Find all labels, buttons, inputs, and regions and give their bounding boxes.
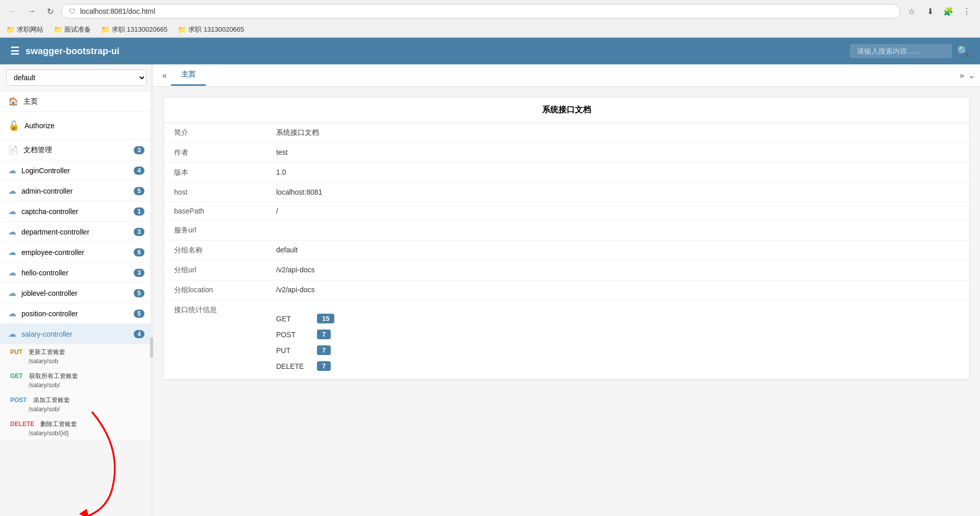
search-icon[interactable]: 🔍 [957,45,970,57]
sidebar-home-label: 主页 [23,97,144,106]
bookmark-label-4: 求职 13130020665 [188,25,244,34]
stats-count-delete: 7 [317,361,331,371]
bookmark-3[interactable]: 📁 求职 13130020665 [101,25,167,34]
info-title: 系统接口文档 [164,98,969,123]
post-desc: 添加工资账套 [33,396,70,404]
sidebar-label-5: employee-controller [21,248,134,256]
table-row: host localhost:8081 [164,183,969,202]
controller-icon-3: ☁ [8,206,16,216]
reload-button[interactable]: ↻ [43,4,57,18]
sidebar-item-4[interactable]: ☁ department-controller 3 [0,222,153,242]
sidebar-badge-2: 5 [134,187,144,195]
bookmark-label-1: 求职网站 [17,25,43,34]
menu-button[interactable]: ⋮ [960,4,974,18]
post-path: /salary/sob/ [10,406,144,413]
app-header-left: ☰ swagger-bootstrap-ui [10,45,119,57]
get-path: /salary/sob/ [10,382,144,389]
scrollbar-thumb[interactable] [150,337,153,358]
controller-icon-8: ☁ [8,309,16,318]
sidebar-item-authorize[interactable]: 🔓 Authorize [0,112,153,140]
sidebar-item-9[interactable]: ☁ salary-controller 4 [0,324,153,344]
group-select[interactable]: default [6,69,146,86]
sidebar-badge-6: 3 [134,269,144,277]
table-row: 接口统计信息 GET 15 POST 7 [164,300,969,380]
row-value-groupurl: /v2/api-docs [266,261,969,280]
bookmark-1[interactable]: 📁 求职网站 [6,25,43,34]
app-body: default 🏠 主页 🔓 Authorize 📄 文档管理 3 ☁ [0,64,980,516]
sidebar-item-3[interactable]: ☁ captcha-controller 1 [0,201,153,222]
sidebar-label-2: admin-controller [21,187,134,195]
hamburger-icon[interactable]: ☰ [10,45,19,57]
delete-desc: 删除工资账套 [40,420,77,428]
search-input[interactable] [850,44,952,58]
row-label-version: 版本 [164,163,266,183]
row-value-jianjie: 系统接口文档 [266,123,969,143]
tab-expand-right[interactable]: » [960,71,964,80]
sidebar-item-6[interactable]: ☁ hello-controller 3 [0,263,153,283]
tab-bar: « 主页 » ⌄ [153,64,980,87]
put-path: /salary/sob [10,358,144,365]
app-header-right: 🔍 [850,44,970,58]
sidebar-badge-1: 4 [134,167,144,175]
stats-method-put: PUT [276,346,317,355]
sidebar-item-2[interactable]: ☁ admin-controller 5 [0,181,153,201]
tab-nav-left[interactable]: « [158,71,171,80]
get-desc: 获取所有工资账套 [29,372,78,380]
sidebar-item-home[interactable]: 🏠 主页 [0,91,153,112]
address-bar[interactable]: 🛡 localhost:8081/doc.html [61,4,900,18]
extensions-button[interactable]: 🧩 [941,4,955,18]
sub-item-put[interactable]: PUT 更新工资账套 /salary/sob [0,344,153,368]
table-row: 分组名称 default [164,241,969,261]
table-row: 服务url [164,221,969,241]
row-label-jianjie: 简介 [164,123,266,143]
sidebar-item-0[interactable]: 📄 文档管理 3 [0,140,153,160]
sidebar-label-7: joblevel-controller [21,289,134,297]
row-value-author: test [266,143,969,163]
delete-path: /salary/sob/{id} [10,430,144,437]
tab-home-label: 主页 [181,70,195,78]
download-button[interactable]: ⬇ [923,4,937,18]
sidebar-label-1: LoginController [21,167,134,175]
forward-button[interactable]: → [24,4,39,18]
shield-icon: 🛡 [69,7,76,15]
bookmark-label-3: 求职 13130020665 [112,25,167,34]
bookmark-2[interactable]: 📁 面试准备 [54,25,91,34]
sidebar-wrapper: default 🏠 主页 🔓 Authorize 📄 文档管理 3 ☁ [0,64,153,516]
controller-icon-2: ☁ [8,186,16,196]
folder-icon-1: 📁 [6,26,15,34]
bookmark-star-button[interactable]: ☆ [904,4,919,18]
browser-toolbar: ← → ↻ 🛡 localhost:8081/doc.html ☆ ⬇ 🧩 ⋮ [0,0,980,22]
bookmark-4[interactable]: 📁 求职 13130020665 [178,25,244,34]
controller-icon-4: ☁ [8,227,16,237]
row-label-groupurl: 分组url [164,261,266,280]
sidebar-item-8[interactable]: ☁ position-controller 5 [0,303,153,324]
folder-icon-3: 📁 [101,26,110,34]
sidebar-item-7[interactable]: ☁ joblevel-controller 5 [0,283,153,303]
svg-marker-0 [79,509,89,516]
sidebar-badge-4: 3 [134,228,144,236]
method-get-label: GET [10,372,23,380]
sidebar-scrollbar[interactable] [150,64,153,516]
sidebar-badge-3: 1 [134,207,144,216]
controller-icon-6: ☁ [8,268,16,277]
sidebar-badge-0: 3 [134,146,144,154]
sub-item-post[interactable]: POST 添加工资账套 /salary/sob/ [0,392,153,416]
row-value-serviceurl [266,221,969,241]
method-put-label: PUT [10,348,22,356]
info-container: 系统接口文档 简介 系统接口文档 作者 test 版本 1.0 [163,97,970,380]
sub-item-delete[interactable]: DELETE 删除工资账套 /salary/sob/{id} [0,416,153,440]
tab-home[interactable]: 主页 [171,65,206,86]
table-row: 简介 系统接口文档 [164,123,969,143]
method-post-label: POST [10,396,27,404]
tab-collapse-btn[interactable]: ⌄ [968,71,975,80]
stats-count-post: 7 [317,330,331,339]
sub-item-get[interactable]: GET 获取所有工资账套 /salary/sob/ [0,368,153,392]
row-value-basepath: / [266,202,969,221]
sidebar-item-1[interactable]: ☁ LoginController 4 [0,160,153,181]
row-value-groupname: default [266,241,969,261]
browser-right-icons: ☆ ⬇ 🧩 ⋮ [904,4,974,18]
info-table: 简介 系统接口文档 作者 test 版本 1.0 host localhost:… [164,123,969,380]
back-button[interactable]: ← [6,4,20,18]
stats-count-get: 15 [317,314,334,323]
sidebar-item-5[interactable]: ☁ employee-controller 6 [0,242,153,263]
